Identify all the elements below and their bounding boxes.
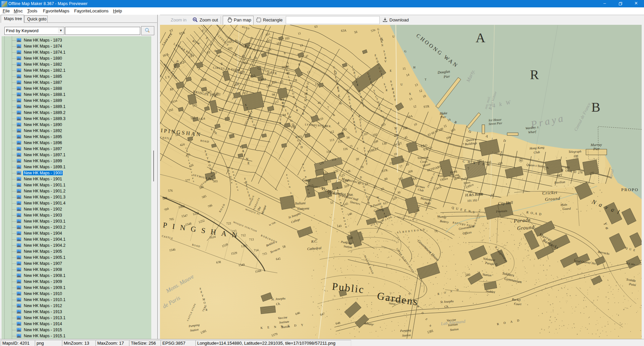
- svg-text:H: H: [280, 98, 282, 101]
- svg-text:G: G: [362, 134, 364, 137]
- svg-text:34: 34: [346, 136, 350, 139]
- svg-text:T: T: [246, 107, 248, 110]
- svg-text:E: E: [282, 102, 284, 105]
- svg-text:S: S: [205, 150, 206, 153]
- svg-text:B: B: [591, 100, 600, 115]
- svg-text:104: 104: [402, 126, 408, 130]
- svg-text:Telegraph: Telegraph: [569, 150, 582, 154]
- svg-text:S: S: [352, 114, 353, 117]
- svg-text:B: B: [354, 71, 355, 74]
- svg-text:G: G: [377, 28, 379, 31]
- svg-text:12: 12: [315, 82, 318, 86]
- svg-text:E: E: [375, 54, 376, 57]
- svg-text:T: T: [291, 195, 292, 197]
- svg-text:L: L: [188, 159, 190, 161]
- svg-text:D: D: [301, 146, 303, 149]
- svg-text:638: 638: [216, 260, 221, 264]
- svg-text:U: U: [400, 83, 403, 86]
- svg-text:503: 503: [213, 180, 218, 183]
- svg-text:O: O: [344, 220, 345, 222]
- svg-text:Ch.: Ch.: [444, 305, 449, 308]
- svg-text:115: 115: [337, 140, 342, 143]
- svg-text:R: R: [306, 85, 308, 89]
- svg-text:N: N: [340, 205, 342, 207]
- svg-text:R: R: [206, 308, 208, 311]
- svg-text:O: O: [292, 92, 294, 95]
- svg-text:O: O: [228, 169, 229, 172]
- svg-text:N: N: [289, 186, 290, 188]
- svg-text:E: E: [236, 186, 238, 188]
- svg-text:L: L: [281, 108, 283, 111]
- svg-text:712: 712: [241, 233, 246, 237]
- svg-text:D: D: [345, 226, 347, 228]
- svg-text:63A: 63A: [341, 29, 346, 33]
- svg-text:S: S: [304, 106, 305, 109]
- svg-text:103: 103: [284, 37, 289, 40]
- svg-text:O: O: [290, 119, 292, 122]
- svg-text:A: A: [242, 149, 245, 153]
- svg-text:E: E: [192, 174, 193, 176]
- svg-text:1424: 1424: [199, 117, 205, 121]
- svg-text:U: U: [210, 167, 212, 170]
- svg-text:E: E: [357, 83, 359, 86]
- svg-text:Blake: Blake: [439, 111, 447, 115]
- svg-text:S: S: [193, 180, 194, 182]
- svg-text:Y: Y: [202, 294, 204, 297]
- svg-text:E: E: [355, 127, 356, 130]
- svg-text:S: S: [280, 115, 281, 118]
- svg-text:Italiani: Italiani: [295, 201, 306, 205]
- svg-text:N: N: [376, 57, 378, 60]
- svg-text:R: R: [365, 153, 367, 156]
- svg-text:R: R: [337, 189, 339, 192]
- svg-text:E: E: [366, 160, 367, 163]
- svg-text:123: 123: [326, 179, 331, 183]
- svg-text:T: T: [384, 53, 386, 56]
- svg-text:E: E: [397, 137, 398, 140]
- svg-text:A: A: [336, 186, 338, 189]
- svg-text:103: 103: [478, 192, 484, 196]
- svg-text:S: S: [364, 147, 365, 150]
- svg-text:R: R: [296, 109, 298, 112]
- svg-text:A: A: [235, 180, 236, 182]
- svg-text:G: G: [287, 180, 289, 182]
- svg-text:RF: RF: [170, 88, 174, 91]
- svg-text:E: E: [206, 153, 207, 156]
- svg-text:PROPO: PROPO: [621, 187, 639, 192]
- svg-text:O: O: [341, 208, 343, 210]
- svg-text:Convent: Convent: [298, 207, 310, 211]
- svg-text:Pier: Pier: [443, 74, 450, 79]
- svg-text:N: N: [348, 98, 351, 101]
- svg-text:E: E: [354, 124, 356, 127]
- svg-text:T: T: [395, 130, 397, 133]
- svg-text:580: 580: [465, 273, 470, 277]
- svg-text:G: G: [307, 82, 309, 85]
- svg-text:Ch.: Ch.: [276, 302, 280, 306]
- svg-text:T: T: [353, 118, 354, 121]
- svg-text:G: G: [404, 50, 407, 53]
- svg-text:Racket: Racket: [512, 298, 521, 302]
- svg-text:51: 51: [367, 195, 371, 199]
- svg-text:T: T: [355, 130, 357, 133]
- svg-text:X: X: [409, 92, 411, 96]
- svg-text:U: U: [364, 189, 366, 192]
- svg-text:R: R: [302, 112, 304, 115]
- svg-text:L: L: [248, 191, 249, 194]
- svg-text:B: B: [305, 176, 307, 178]
- svg-text:T: T: [366, 163, 368, 166]
- svg-text:Y: Y: [207, 157, 209, 160]
- svg-text:O: O: [204, 301, 206, 304]
- svg-text:Pier: Pier: [593, 147, 600, 151]
- svg-text:Guard: Guard: [562, 207, 571, 211]
- svg-text:R: R: [233, 174, 235, 176]
- svg-text:E: E: [249, 194, 250, 197]
- svg-text:STR: STR: [423, 105, 430, 109]
- svg-text:10: 10: [304, 92, 308, 96]
- svg-text:Y: Y: [378, 199, 380, 203]
- svg-text:U: U: [353, 68, 355, 71]
- svg-text:N: N: [381, 44, 383, 47]
- svg-text:N: N: [361, 131, 363, 134]
- svg-text:T: T: [360, 121, 361, 124]
- svg-text:Main: Main: [560, 203, 568, 207]
- svg-text:S: S: [336, 83, 338, 86]
- svg-text:E: E: [308, 188, 309, 191]
